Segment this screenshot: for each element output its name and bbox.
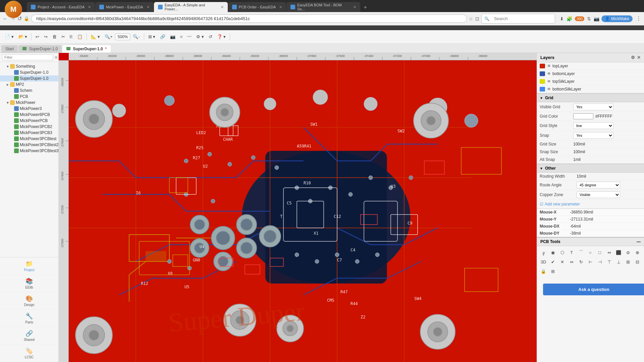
pcb-tool-arc[interactable]: ⌒	[577, 248, 585, 257]
redo-btn[interactable]: ↪	[42, 33, 50, 40]
sidebar-nav-parts[interactable]: 🔧 Parts	[0, 310, 58, 327]
doc-tab-start[interactable]: Start	[1, 45, 18, 53]
grid-section-header[interactable]: ▼ Grid	[537, 94, 644, 102]
tree-item-mp2[interactable]: ► MP2	[0, 81, 58, 87]
visible-grid-select[interactable]: Yes	[573, 104, 613, 110]
tab-pcb-order[interactable]: PCB Order - EasyEDA ✕	[228, 2, 286, 12]
zoom-in-btn[interactable]: 🔍+	[103, 33, 115, 40]
tab-close[interactable]: ✕	[221, 5, 224, 9]
route-angle-select[interactable]: 45 degree	[577, 182, 620, 188]
simulate-btn[interactable]: ↺	[207, 33, 214, 40]
tab-close[interactable]: ✕	[88, 5, 91, 9]
pcb-tool-3d[interactable]: 3D	[539, 257, 548, 266]
tab-close[interactable]: ✕	[353, 5, 356, 9]
pcb-tool-lock[interactable]: 🔒	[539, 267, 548, 276]
pcb-tool-align-t[interactable]: ⊤	[605, 257, 613, 266]
route-btn[interactable]: 〰	[185, 33, 194, 40]
layers-close-icon[interactable]: ✕	[637, 55, 641, 60]
paste-btn[interactable]: 📋	[75, 33, 85, 40]
layer-bottomsilk[interactable]: 👁 bottomSilkLayer	[537, 85, 644, 93]
pcb-tool-rect[interactable]: □	[595, 248, 604, 257]
tree-item-something[interactable]: ▼ Something	[0, 63, 58, 69]
screenshot-icon[interactable]: 📷	[594, 16, 599, 21]
zoom-out-btn[interactable]: 🔍-	[131, 33, 142, 40]
pcb-tool-pad[interactable]: ⬡	[558, 248, 567, 257]
tree-item-schem[interactable]: Schem	[0, 87, 58, 94]
pcb-tool-align-l[interactable]: ⊢	[586, 257, 595, 266]
sidebar-nav-lcsc[interactable]: 🏷️ LCSC	[0, 345, 58, 362]
tree-item-pcb[interactable]: PCB	[0, 94, 58, 100]
pcb-tool-hole[interactable]: ⊕	[633, 248, 642, 257]
layer-bottomlayer[interactable]: 👁 bottomLayer	[537, 70, 644, 78]
tree-item-mickpower[interactable]: ▼ MickPower	[0, 100, 58, 106]
tree-item-superduper1b[interactable]: SuperDuper-1.0	[0, 75, 58, 81]
other-section-header[interactable]: ▼ Other	[537, 164, 644, 173]
profile-button[interactable]: 👤 MickMake	[601, 15, 633, 22]
ask-question-button[interactable]: Ask a question	[543, 284, 644, 295]
search-input[interactable]	[491, 15, 554, 22]
help-btn[interactable]: ❓ ▾	[215, 33, 228, 40]
pcb-tool-mirror[interactable]: ⇔	[567, 257, 576, 266]
tree-item-mickpower3pcbtest2[interactable]: MickPower3PCBtest2	[0, 142, 58, 148]
pcb-tool-circle[interactable]: ○	[586, 248, 595, 257]
pcb-tool-delete[interactable]: ✕	[558, 257, 567, 266]
undo-btn[interactable]: ↩	[34, 33, 41, 40]
layer-eye-top[interactable]: 👁	[547, 64, 551, 68]
photo-btn[interactable]: 📷	[168, 33, 177, 40]
doc-tab-superduper-active[interactable]: SuperDuper-1.0 *	[62, 45, 111, 53]
snap-btn[interactable]: ⊞ ▾	[146, 33, 158, 40]
tab-easyeda[interactable]: EasyEDA - A Simple and Power... ✕	[154, 2, 228, 12]
pcb-canvas-content[interactable]: LED2 R18 CHAR R25 R27 U2 A59R41 R10 X1 U…	[69, 60, 537, 362]
add-param-btn[interactable]: ☑ Add new parameter	[537, 200, 644, 208]
grid-color-swatch[interactable]	[573, 113, 593, 119]
sync-icon[interactable]: ⇅	[587, 16, 591, 21]
tree-item-mickpower3[interactable]: MickPower3	[0, 106, 58, 112]
bookmark-icon[interactable]: ☆	[469, 16, 473, 21]
place-btn[interactable]: 📐 ▾	[89, 33, 102, 40]
tree-item-mickpowerpcb[interactable]: MickPowerPCB	[0, 118, 58, 124]
pcb-svg[interactable]: LED2 R18 CHAR R25 R27 U2 A59R41 R10 X1 U…	[69, 60, 537, 362]
tree-item-mickpower3pcbtest[interactable]: MickPower3PCBtest	[0, 136, 58, 142]
pcb-tool-array[interactable]: ⊞	[548, 267, 557, 276]
tab-close[interactable]: ✕	[147, 5, 150, 9]
pcb-tools-minimize-icon[interactable]: —	[637, 239, 641, 244]
pcb-tool-group[interactable]: ⊞	[624, 257, 632, 266]
filter-input[interactable]	[2, 54, 53, 60]
cut-btn[interactable]: ✂	[59, 33, 67, 40]
netlist-btn[interactable]: ⌗	[178, 33, 184, 41]
tree-item-superduper1[interactable]: SuperDuper-1.0	[0, 69, 58, 75]
layer-topsilk[interactable]: 👁 topSilkLayer	[537, 78, 644, 85]
copy-btn[interactable]: ⎘	[68, 33, 74, 40]
sidebar-nav-eelibrary[interactable]: 📚 EElib	[0, 275, 58, 292]
reading-mode-icon[interactable]: ⊡	[475, 16, 479, 21]
sidebar-nav-shared[interactable]: 🔗 Shared	[0, 327, 58, 345]
pcb-tool-ungroup[interactable]: ⊟	[633, 257, 642, 266]
pcb-tool-route[interactable]: ╔	[539, 248, 548, 257]
layer-toplayer[interactable]: 👁 topLayer	[537, 62, 644, 70]
back-button[interactable]: ←	[3, 16, 8, 22]
pcb-tool-keepout[interactable]: ⊘	[624, 248, 632, 257]
pcb-tool-via[interactable]: ◉	[548, 248, 557, 257]
doc-tab-superduper-saved[interactable]: SuperDuper-1.0	[18, 45, 62, 53]
new-tab-button[interactable]: +	[361, 3, 370, 12]
tree-item-mickpower3pcb3[interactable]: MickPower3PCB3	[0, 130, 58, 136]
pcb-tool-rotate[interactable]: ↻	[577, 257, 585, 266]
pcb-tool-copper[interactable]: ⬛	[614, 248, 623, 257]
layer-eye-bottom[interactable]: 👁	[547, 71, 551, 76]
folder-menu-btn[interactable]: 📂 ▾	[16, 33, 30, 40]
sidebar-nav-design[interactable]: 🎨 Design	[0, 292, 58, 310]
delete-btn[interactable]: 🗑	[50, 33, 59, 40]
tab-project[interactable]: Project - Account - EasyEDA ✕	[27, 2, 95, 12]
tree-item-mickpower3pcb2[interactable]: MickPower3PCB2	[0, 124, 58, 130]
extensions-icon[interactable]: 🧩	[567, 16, 572, 21]
pcb-tool-align-b[interactable]: ⊥	[614, 257, 623, 266]
sidebar-nav-project[interactable]: 📁 Project	[0, 257, 58, 275]
layer-eye-topsilk[interactable]: 👁	[547, 79, 551, 84]
tab-close[interactable]: ✕	[279, 5, 282, 9]
menu-icon[interactable]: ⋮	[636, 15, 641, 22]
copper-zone-select[interactable]: Visible	[577, 191, 620, 198]
file-menu-btn[interactable]: 📄 ▾	[3, 33, 16, 40]
canvas-area[interactable]: -39400 -39200 -39000 -38800 -38600 -3840…	[59, 53, 537, 362]
filter-close-icon[interactable]: ✕	[54, 55, 58, 60]
address-bar[interactable]: https://easyeda.com/editor#id=8f64380d38…	[31, 14, 467, 23]
